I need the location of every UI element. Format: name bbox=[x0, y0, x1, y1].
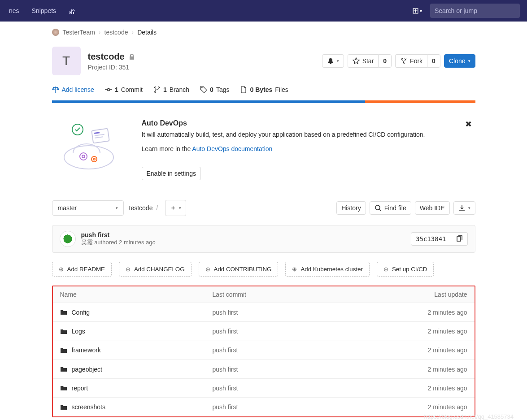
file-table: Name Last commit Last update Configpush … bbox=[52, 286, 475, 417]
plus-icon: ⊕ bbox=[383, 266, 388, 273]
setup-cicd-label: Set up CI/CD bbox=[392, 266, 427, 273]
fork-button[interactable]: Fork bbox=[395, 54, 427, 68]
add-readme-button[interactable]: ⊕Add README bbox=[52, 262, 112, 277]
branch-selector[interactable]: master ▾ bbox=[52, 200, 124, 216]
branches-stat[interactable]: 1 Branch bbox=[153, 86, 189, 93]
file-last-update: 2 minutes ago bbox=[387, 403, 467, 411]
add-contributing-button[interactable]: ⊕Add CONTRIBUTING bbox=[199, 262, 279, 277]
file-last-update: 2 minutes ago bbox=[387, 309, 467, 316]
file-name: report bbox=[72, 385, 88, 392]
download-button[interactable]: ▾ bbox=[453, 201, 475, 215]
plus-icon: ⊕ bbox=[126, 266, 131, 273]
file-name: pageobject bbox=[72, 366, 103, 373]
clone-button[interactable]: Clone ▾ bbox=[444, 54, 475, 68]
table-row[interactable]: Configpush first2 minutes ago bbox=[53, 303, 475, 321]
breadcrumb: TesterTeam › testcode › Details bbox=[52, 29, 475, 36]
commits-stat[interactable]: 1 Commit bbox=[105, 86, 143, 93]
table-row[interactable]: reportpush first2 minutes ago bbox=[53, 378, 475, 397]
breadcrumb-group[interactable]: TesterTeam bbox=[63, 29, 95, 36]
project-title: testcode bbox=[88, 52, 135, 62]
fork-group: Fork 0 bbox=[395, 54, 440, 68]
table-row[interactable]: pageobjectpush first2 minutes ago bbox=[53, 359, 475, 378]
commit-time: 2 minutes ago bbox=[119, 239, 156, 246]
search-input[interactable] bbox=[430, 4, 520, 18]
web-ide-button[interactable]: Web IDE bbox=[415, 201, 450, 215]
svg-rect-12 bbox=[91, 129, 109, 143]
file-last-commit: push first bbox=[213, 366, 387, 373]
devops-docs-link[interactable]: Auto DevOps documentation bbox=[192, 145, 272, 152]
svg-point-10 bbox=[64, 146, 113, 169]
svg-point-5 bbox=[403, 62, 405, 64]
project-avatar: T bbox=[52, 47, 81, 75]
activity-icon[interactable] bbox=[67, 4, 78, 17]
copy-sha-button[interactable] bbox=[451, 232, 468, 246]
svg-rect-2 bbox=[73, 12, 74, 14]
star-count[interactable]: 0 bbox=[378, 54, 392, 68]
file-last-commit: push first bbox=[213, 385, 387, 392]
fork-label: Fork bbox=[410, 57, 422, 65]
breadcrumb-project[interactable]: testcode bbox=[105, 29, 128, 36]
add-contributing-label: Add CONTRIBUTING bbox=[214, 266, 272, 273]
tags-stat[interactable]: 0 Tags bbox=[200, 86, 229, 93]
download-icon bbox=[458, 204, 466, 212]
notifications-button[interactable]: ▾ bbox=[322, 54, 344, 68]
add-k8s-button[interactable]: ⊕Add Kubernetes cluster bbox=[285, 262, 370, 277]
add-k8s-label: Add Kubernetes cluster bbox=[301, 266, 363, 273]
plus-icon: ⊞ bbox=[412, 6, 419, 16]
add-changelog-button[interactable]: ⊕Add CHANGELOG bbox=[119, 262, 192, 277]
table-row[interactable]: frameworkpush first2 minutes ago bbox=[53, 341, 475, 359]
breadcrumb-current: Details bbox=[137, 29, 157, 36]
find-file-button[interactable]: Find file bbox=[370, 201, 411, 215]
commit-right: 35c13841 bbox=[411, 232, 467, 246]
find-file-label: Find file bbox=[384, 204, 406, 212]
add-license-label: Add license bbox=[62, 86, 94, 93]
star-button[interactable]: Star bbox=[348, 54, 379, 68]
folder-icon bbox=[60, 365, 67, 373]
chevron-down-icon: ▾ bbox=[116, 206, 118, 210]
file-name: Logs bbox=[72, 328, 85, 335]
lock-icon bbox=[128, 52, 135, 60]
fork-icon bbox=[400, 57, 407, 65]
commit-sha[interactable]: 35c13841 bbox=[411, 232, 451, 246]
add-license-link[interactable]: Add license bbox=[52, 86, 94, 93]
project-header-right: ▾ Star 0 Fork 0 Clone ▾ bbox=[322, 54, 475, 68]
enable-devops-button[interactable]: Enable in settings bbox=[142, 167, 201, 180]
star-icon bbox=[353, 57, 360, 65]
path-root[interactable]: testcode bbox=[129, 204, 153, 212]
setup-cicd-button[interactable]: ⊕Set up CI/CD bbox=[377, 262, 434, 277]
devops-body: Auto DevOps It will automatically build,… bbox=[142, 119, 425, 180]
nav-link-snippets[interactable]: Snippets bbox=[30, 4, 58, 17]
folder-icon bbox=[60, 384, 67, 392]
devops-title: Auto DevOps bbox=[142, 119, 425, 127]
history-button[interactable]: History bbox=[336, 201, 366, 215]
bell-icon bbox=[327, 57, 334, 65]
files-size: 0 Bytes bbox=[250, 86, 272, 93]
chevron-down-icon: ▾ bbox=[468, 206, 470, 210]
tags-count: 0 bbox=[210, 86, 213, 93]
close-icon[interactable]: ✖ bbox=[465, 119, 472, 129]
table-row[interactable]: Logspush first2 minutes ago bbox=[53, 321, 475, 340]
files-stat[interactable]: 0 Bytes Files bbox=[240, 86, 288, 93]
nav-link-nes[interactable]: nes bbox=[7, 4, 21, 17]
clone-label: Clone bbox=[449, 57, 466, 65]
commits-count: 1 bbox=[115, 86, 118, 93]
copy-icon bbox=[456, 235, 463, 242]
table-row[interactable]: screenshotspush first2 minutes ago bbox=[53, 397, 475, 416]
auto-devops-panel: Auto DevOps It will automatically build,… bbox=[52, 112, 475, 191]
folder-icon bbox=[60, 308, 67, 316]
commit-meta: 吴霞 authored 2 minutes ago bbox=[81, 238, 156, 247]
svg-point-8 bbox=[158, 87, 159, 88]
plus-menu[interactable]: ⊞ ▾ bbox=[409, 4, 425, 17]
fork-count[interactable]: 0 bbox=[427, 54, 440, 68]
devops-desc: It will automatically build, test, and d… bbox=[142, 131, 425, 138]
star-label: Star bbox=[362, 57, 374, 65]
commit-left: push first 吴霞 authored 2 minutes ago bbox=[60, 231, 156, 247]
chevron-down-icon: ▾ bbox=[420, 9, 422, 13]
language-bar-segment-orange bbox=[365, 100, 475, 103]
file-name: Config bbox=[72, 309, 90, 316]
file-table-header: Name Last commit Last update bbox=[53, 286, 475, 303]
folder-icon bbox=[60, 403, 67, 411]
add-to-tree-button[interactable]: ＋ ▾ bbox=[165, 200, 186, 216]
commit-title[interactable]: push first bbox=[81, 231, 156, 238]
file-last-update: 2 minutes ago bbox=[387, 328, 467, 335]
